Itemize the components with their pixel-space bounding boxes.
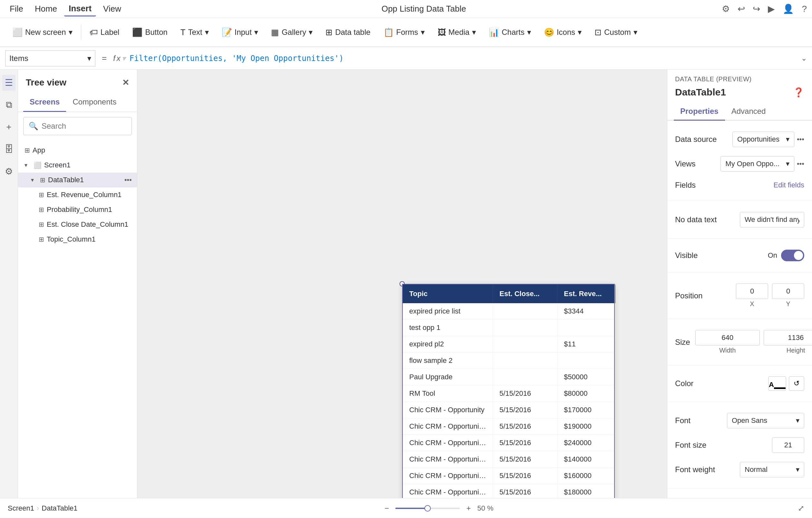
icons-button[interactable]: 😊 Icons ▾ — [538, 24, 587, 40]
table-row[interactable]: expired price list $3344 — [403, 303, 614, 320]
col-probability-icon: ⊞ — [39, 206, 44, 214]
menu-home[interactable]: Home — [30, 2, 62, 16]
breadcrumb-screen[interactable]: Screen1 — [8, 504, 34, 513]
font-weight-dropdown[interactable]: Normal ▾ — [740, 462, 804, 478]
sidebar-close-icon[interactable]: ✕ — [122, 78, 129, 88]
tree-item-screen1[interactable]: ▾ ⬜ Screen1 — [18, 158, 137, 172]
visible-toggle[interactable] — [781, 250, 804, 261]
data-source-dropdown[interactable]: Opportunities ▾ — [732, 132, 794, 147]
tab-properties[interactable]: Properties — [674, 103, 725, 120]
media-button[interactable]: 🖼 Media ▾ — [432, 24, 482, 40]
color-reset-button[interactable]: ↺ — [789, 376, 804, 390]
zoom-plus-button[interactable]: + — [464, 502, 473, 514]
tree-item-datatable1[interactable]: ▾ ⊞ DataTable1 ••• — [18, 172, 137, 187]
header-topic: Topic — [403, 284, 493, 303]
sidebar-title: Tree view — [26, 77, 66, 88]
table-row[interactable]: Chic CRM - Opportunit... 5/15/2016 $1900… — [403, 418, 614, 435]
table-row[interactable]: Chic CRM - Opportunity 5/15/2016 $170000 — [403, 402, 614, 418]
breadcrumb-datatable[interactable]: DataTable1 — [41, 504, 77, 513]
tree-item-col-topic[interactable]: ⊞ Topic_Column1 — [18, 232, 137, 247]
search-input[interactable] — [41, 121, 138, 131]
edit-fields-button[interactable]: Edit fields — [774, 181, 804, 189]
views-dropdown[interactable]: My Open Oppo... ▾ — [721, 156, 794, 171]
tab-components[interactable]: Components — [66, 93, 123, 112]
table-row[interactable]: flow sample 2 — [403, 353, 614, 369]
tree-item-app[interactable]: ⊞ App — [18, 143, 137, 158]
question-icon[interactable]: ? — [802, 4, 807, 14]
formula-selector[interactable]: Items ▾ — [5, 50, 95, 66]
zoom-minus-button[interactable]: − — [382, 502, 392, 514]
table-row[interactable]: Chic CRM - Opportunit... 5/15/2016 $2400… — [403, 435, 614, 451]
tree-item-col-probability[interactable]: ⊞ Probability_Column1 — [18, 202, 137, 217]
cell-topic: Chic CRM - Opportunit... — [403, 451, 493, 467]
sidebar: Tree view ✕ Screens Components 🔍 ⊞ App ▾ — [18, 70, 137, 498]
cell-revenue: $160000 — [557, 468, 614, 484]
font-dropdown[interactable]: Open Sans ▾ — [727, 413, 804, 428]
position-x-input[interactable] — [736, 283, 768, 299]
zoom-slider-fill — [395, 508, 428, 509]
canvas-area: Topic Est. Close... Est. Reve... expired… — [137, 70, 667, 498]
label-button[interactable]: 🏷 Label — [84, 24, 125, 40]
color-picker-button[interactable]: A — [768, 376, 786, 390]
table-row[interactable]: Chic CRM - Opportunit... 5/15/2016 $1400… — [403, 451, 614, 468]
cell-topic: Chic CRM - Opportunity — [403, 402, 493, 418]
tree-item-col-revenue[interactable]: ⊞ Est. Revenue_Column1 — [18, 187, 137, 202]
zoom-value: 50 % — [477, 504, 493, 513]
charts-icon: 📊 — [489, 27, 499, 37]
rp-font-section: Font Open Sans ▾ Font size Font weight N… — [667, 402, 812, 489]
new-screen-button[interactable]: ⬜ New screen ▾ — [6, 24, 78, 40]
add-icon[interactable]: + — [4, 119, 14, 135]
data-icon[interactable]: 🗄 — [2, 141, 16, 157]
zoom-slider-thumb[interactable] — [424, 505, 431, 512]
tree-item-col-closedate[interactable]: ⊞ Est. Close Date_Column1 — [18, 217, 137, 232]
rp-row-size: Size Width Height — [675, 325, 804, 359]
no-data-text-input[interactable] — [740, 212, 804, 227]
menu-file[interactable]: File — [5, 2, 28, 16]
custom-button[interactable]: ⊡ Custom ▾ — [589, 24, 643, 40]
datatable1-more-icon[interactable]: ••• — [124, 176, 132, 184]
data-source-more-icon[interactable]: ••• — [797, 135, 804, 143]
datatable-widget[interactable]: Topic Est. Close... Est. Reve... expired… — [402, 284, 615, 498]
size-height-input[interactable] — [764, 330, 812, 346]
formula-expand-icon[interactable]: ⌄ — [801, 54, 807, 62]
undo-icon[interactable]: ↩ — [737, 4, 745, 14]
help-icon[interactable]: ⚙ — [722, 4, 730, 14]
input-button[interactable]: 📝 Input ▾ — [216, 24, 264, 40]
rp-no-data-section: No data text — [667, 201, 812, 239]
settings-icon[interactable]: ⚙ — [2, 164, 16, 179]
formula-input[interactable] — [129, 50, 797, 66]
tab-advanced[interactable]: Advanced — [725, 103, 772, 120]
rp-position-section: Position X Y — [667, 273, 812, 319]
account-icon[interactable]: 👤 — [783, 4, 794, 14]
table-row[interactable]: RM Tool 5/15/2016 $80000 — [403, 385, 614, 402]
table-row[interactable]: test opp 1 — [403, 320, 614, 336]
layers-icon[interactable]: ⧉ — [3, 97, 15, 113]
button-button[interactable]: ⬛ Button — [126, 24, 173, 40]
tab-screens[interactable]: Screens — [23, 93, 66, 112]
menu-view[interactable]: View — [98, 2, 126, 16]
charts-button[interactable]: 📊 Charts ▾ — [483, 24, 537, 40]
size-width-input[interactable] — [695, 330, 760, 346]
position-y-input[interactable] — [772, 283, 804, 299]
data-table-button[interactable]: ⊞ Data table — [320, 24, 376, 40]
menu-insert[interactable]: Insert — [64, 2, 96, 17]
rp-help-icon[interactable]: ❓ — [793, 87, 804, 98]
font-size-input[interactable] — [772, 437, 804, 453]
views-more-icon[interactable]: ••• — [797, 160, 804, 168]
tree-view-icon[interactable]: ☰ — [2, 75, 16, 91]
rp-row-no-data: No data text — [675, 208, 804, 232]
zoom-slider[interactable] — [395, 508, 460, 509]
text-button[interactable]: T Text ▾ — [175, 24, 214, 40]
gallery-button[interactable]: ▦ Gallery ▾ — [265, 24, 318, 40]
redo-icon[interactable]: ↪ — [753, 4, 760, 14]
datatable-icon: ⊞ — [40, 176, 46, 184]
table-row[interactable]: expired pl2 $11 — [403, 336, 614, 353]
fit-screen-icon[interactable]: ⤢ — [798, 504, 804, 513]
status-bar: Screen1 › DataTable1 − + 50 % ⤢ — [0, 498, 812, 518]
forms-button[interactable]: 📋 Forms ▾ — [378, 24, 431, 40]
play-icon[interactable]: ▶ — [768, 4, 775, 14]
cell-topic: expired pl2 — [403, 336, 493, 352]
table-row[interactable]: Chic CRM - Opportunit... 5/15/2016 $1600… — [403, 468, 614, 484]
table-row[interactable]: Chic CRM - Opportunit... 5/15/2016 $1800… — [403, 484, 614, 498]
table-row[interactable]: Paul Upgrade $50000 — [403, 369, 614, 385]
